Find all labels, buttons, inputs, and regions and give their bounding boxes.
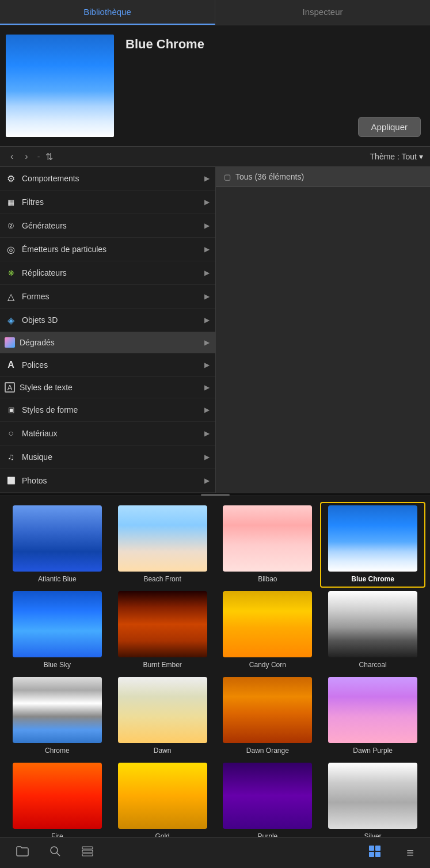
svg-rect-8 — [375, 852, 380, 857]
sidebar-item-formes-label: Formes — [22, 292, 204, 301]
theme-label: Thème : Tout — [370, 152, 417, 161]
gradient-thumb-purple-grad — [223, 763, 312, 829]
gradient-item-beach-front[interactable]: Beach Front — [110, 502, 215, 588]
gradient-label-dawn-orange: Dawn Orange — [246, 747, 289, 755]
right-panel: ▢ Tous (36 éléments) — [216, 167, 430, 493]
sidebar-item-generateurs[interactable]: ② Générateurs ▶ — [0, 214, 215, 238]
svg-rect-4 — [82, 854, 93, 856]
gradient-thumb-dawn — [118, 677, 207, 743]
degrades-icon — [5, 337, 15, 348]
gradient-item-blue-chrome[interactable]: Blue Chrome — [320, 502, 425, 588]
gradient-thumb-beach-front — [118, 505, 207, 572]
menu-button[interactable]: ≡ — [402, 843, 418, 863]
gradient-label-chrome: Chrome — [45, 747, 70, 755]
layout-button[interactable] — [77, 844, 98, 862]
gradient-item-fire[interactable]: Fire — [5, 759, 110, 845]
svg-line-1 — [57, 853, 60, 856]
sidebar-item-styles-texte[interactable]: A Styles de texte ▶ — [0, 377, 215, 398]
sidebar-item-musique[interactable]: ♫ Musique ▶ — [0, 446, 215, 469]
replicateurs-icon: ❋ — [5, 267, 17, 279]
right-panel-folder-icon: ▢ — [224, 173, 231, 181]
tab-bibliotheque[interactable]: Bibliothèque — [0, 0, 215, 25]
gradient-item-purple-grad[interactable]: Purple — [215, 759, 321, 845]
sidebar-item-polices[interactable]: A Polices ▶ — [0, 353, 215, 377]
search-button[interactable] — [45, 843, 66, 862]
sidebar-item-emetteurs[interactable]: ◎ Émetteurs de particules ▶ — [0, 238, 215, 261]
sidebar-item-materiaux-label: Matériaux — [22, 429, 204, 438]
styles-texte-icon: A — [5, 382, 15, 393]
folder-button[interactable] — [12, 843, 33, 862]
preview-thumbnail — [6, 35, 114, 137]
gradient-item-charcoal[interactable]: Charcoal — [320, 588, 425, 673]
polices-arrow: ▶ — [204, 361, 210, 369]
gradient-item-dawn[interactable]: Dawn — [110, 673, 215, 759]
objets3d-arrow: ▶ — [204, 316, 210, 324]
grid-view-button[interactable] — [364, 843, 386, 863]
musique-arrow: ▶ — [204, 453, 210, 461]
gradient-item-gold[interactable]: Gold — [110, 759, 215, 845]
gradient-label-dawn: Dawn — [154, 747, 172, 755]
gradient-item-chrome[interactable]: Chrome — [5, 673, 110, 759]
sidebar-item-styles-forme[interactable]: ▣ Styles de forme ▶ — [0, 398, 215, 422]
svg-rect-7 — [369, 852, 374, 857]
gradient-item-burnt-ember[interactable]: Burnt Ember — [110, 588, 215, 673]
gradient-label-blue-sky: Blue Sky — [44, 661, 71, 669]
apply-button[interactable]: Appliquer — [358, 117, 421, 137]
sidebar-item-musique-label: Musique — [22, 452, 204, 462]
replicateurs-arrow: ▶ — [204, 269, 210, 277]
gradient-item-bilbao[interactable]: Bilbao — [215, 502, 321, 588]
gradient-thumb-chrome — [13, 677, 102, 743]
emetteurs-icon: ◎ — [5, 243, 17, 256]
gradient-item-dawn-orange[interactable]: Dawn Orange — [215, 673, 321, 759]
sidebar: ⚙ Comportements ▶ ▦ Filtres ▶ ② Générate… — [0, 167, 216, 493]
photos-icon: ⬜ — [5, 474, 17, 487]
gradient-item-dawn-purple[interactable]: Dawn Purple — [320, 673, 425, 759]
gradient-thumb-gold — [118, 763, 207, 829]
tab-bar: Bibliothèque Inspecteur — [0, 0, 430, 25]
objets3d-icon: ◈ — [5, 314, 17, 326]
right-panel-header: ▢ Tous (36 éléments) — [216, 167, 430, 187]
right-panel-header-text: Tous (36 éléments) — [235, 172, 304, 181]
bottom-toolbar: ≡ — [0, 837, 430, 868]
svg-rect-5 — [369, 846, 374, 851]
sidebar-item-materiaux[interactable]: ○ Matériaux ▶ — [0, 422, 215, 446]
main-layout: ⚙ Comportements ▶ ▦ Filtres ▶ ② Générate… — [0, 167, 430, 493]
gradient-item-candy-corn[interactable]: Candy Corn — [215, 588, 321, 673]
gradient-thumb-silver — [328, 763, 417, 829]
sidebar-item-filtres[interactable]: ▦ Filtres ▶ — [0, 191, 215, 214]
formes-arrow: ▶ — [204, 292, 210, 300]
gradient-thumb-blue-chrome — [328, 505, 417, 572]
sidebar-item-replicateurs[interactable]: ❋ Réplicateurs ▶ — [0, 261, 215, 285]
musique-icon: ♫ — [5, 451, 17, 463]
sidebar-item-formes[interactable]: △ Formes ▶ — [0, 285, 215, 309]
gradient-thumb-charcoal — [328, 591, 417, 657]
gradient-label-atlantic-blue: Atlantic Blue — [38, 575, 77, 583]
prev-button[interactable]: ‹ — [7, 150, 17, 163]
sidebar-item-objets3d[interactable]: ◈ Objets 3D ▶ — [0, 309, 215, 332]
gradient-label-bilbao: Bilbao — [258, 575, 277, 583]
gradient-thumb-bilbao — [223, 505, 312, 572]
gradient-item-silver[interactable]: Silver — [320, 759, 425, 845]
sidebar-item-photos[interactable]: ⬜ Photos ▶ — [0, 469, 215, 493]
gradient-thumb-dawn-purple — [328, 677, 417, 743]
updown-button[interactable]: ⇅ — [45, 151, 53, 162]
gradient-label-dawn-purple: Dawn Purple — [353, 747, 393, 755]
gradient-thumb-blue-sky — [13, 591, 102, 657]
generateurs-icon: ② — [5, 219, 17, 232]
next-button[interactable]: › — [21, 150, 31, 163]
sidebar-item-styles-texte-label: Styles de texte — [20, 383, 204, 392]
gradient-item-blue-sky[interactable]: Blue Sky — [5, 588, 110, 673]
tab-inspecteur[interactable]: Inspecteur — [215, 0, 430, 25]
theme-selector[interactable]: Thème : Tout ▾ — [370, 152, 423, 161]
svg-rect-3 — [82, 850, 93, 852]
styles-texte-arrow: ▶ — [204, 383, 210, 391]
comportements-arrow: ▶ — [204, 174, 210, 182]
gradient-item-atlantic-blue[interactable]: Atlantic Blue — [5, 502, 110, 588]
gradient-thumb-candy-corn — [223, 591, 312, 657]
sidebar-item-styles-forme-label: Styles de forme — [22, 405, 204, 414]
sidebar-item-comportements[interactable]: ⚙ Comportements ▶ — [0, 167, 215, 191]
sidebar-item-polices-label: Polices — [22, 360, 204, 370]
generateurs-arrow: ▶ — [204, 222, 210, 230]
sidebar-item-degrades[interactable]: Dégradés ▶ — [0, 332, 215, 353]
sidebar-item-replicateurs-label: Réplicateurs — [22, 268, 204, 277]
